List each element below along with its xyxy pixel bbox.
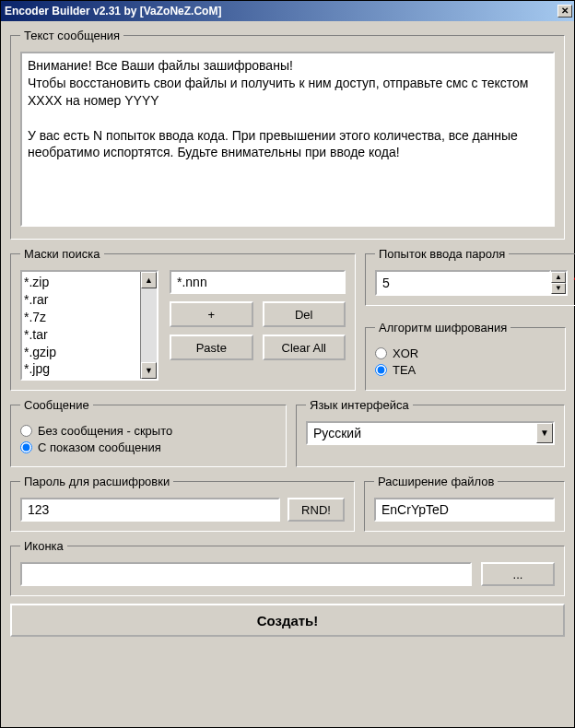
group-masks-legend: Маски поиска — [20, 247, 104, 261]
masks-list-items: *.zip *.rar *.7z *.tar *.gzip *.jpg — [22, 272, 140, 379]
chevron-down-icon[interactable]: ▼ — [536, 423, 553, 443]
create-button[interactable]: Создать! — [10, 604, 565, 637]
group-language: Язык интерфейса Русский ▼ — [296, 398, 565, 467]
attempts-input[interactable] — [375, 270, 551, 296]
icon-path-input[interactable] — [20, 562, 472, 586]
radio-xor-input[interactable] — [375, 347, 387, 359]
scroll-up-icon[interactable]: ▲ — [141, 272, 157, 288]
group-password-legend: Пароль для расшифровки — [20, 475, 173, 488]
app-window: Encoder Builder v2.31 by [VaZoNeZ.CoM] ✕… — [0, 0, 575, 728]
message-textarea[interactable] — [20, 52, 555, 227]
group-attempts-legend: Попыток ввода пароля — [375, 247, 509, 261]
add-mask-button[interactable]: + — [170, 301, 253, 327]
mask-input[interactable] — [170, 270, 346, 294]
radio-msg-hidden-input[interactable] — [20, 425, 32, 437]
list-item[interactable]: *.zip — [24, 274, 138, 291]
list-item[interactable]: *.7z — [24, 309, 138, 326]
rnd-button[interactable]: RND! — [288, 498, 345, 522]
spin-down-icon[interactable]: ▼ — [551, 283, 566, 294]
radio-tea-input[interactable] — [375, 364, 387, 376]
col-attempts-algo: Попыток ввода пароля ▲ ▼ ? Алгорит — [365, 247, 566, 398]
group-masks: Маски поиска *.zip *.rar *.7z *.tar *.gz… — [10, 247, 356, 391]
row-pass-ext: Пароль для расшифровки RND! Расширение ф… — [10, 475, 565, 539]
radio-msg-hidden[interactable]: Без сообщения - скрыто — [20, 424, 276, 438]
client-area: Текст сообщения Маски поиска *.zip *.rar… — [1, 21, 574, 646]
language-select[interactable]: Русский ▼ — [306, 421, 555, 445]
list-item[interactable]: *.rar — [24, 291, 138, 309]
close-button[interactable]: ✕ — [557, 5, 572, 18]
group-icon-legend: Иконка — [20, 539, 67, 553]
radio-xor-label: XOR — [393, 346, 418, 360]
group-message-mode-legend: Сообщение — [20, 398, 93, 412]
language-value: Русский — [308, 423, 536, 443]
radio-msg-shown-label: С показом сообщения — [38, 440, 161, 454]
list-item[interactable]: *.jpg — [24, 360, 138, 378]
paste-mask-button[interactable]: Paste — [170, 335, 253, 360]
group-icon: Иконка ... — [10, 539, 565, 596]
row-msgmode-lang: Сообщение Без сообщения - скрыто С показ… — [10, 398, 565, 475]
attempts-spin: ▲ ▼ — [375, 270, 568, 296]
clear-mask-button[interactable]: Clear All — [263, 335, 346, 360]
group-message-mode: Сообщение Без сообщения - скрыто С показ… — [10, 398, 287, 467]
radio-xor[interactable]: XOR — [375, 346, 556, 360]
group-message-text-legend: Текст сообщения — [20, 29, 123, 42]
mask-controls: + Del Paste Clear All — [170, 270, 346, 381]
radio-tea[interactable]: TEA — [375, 363, 556, 377]
spin-up-icon[interactable]: ▲ — [551, 272, 566, 283]
group-attempts: Попыток ввода пароля ▲ ▼ ? — [365, 247, 575, 306]
radio-tea-label: TEA — [393, 363, 416, 377]
group-extension-legend: Расширение файлов — [374, 475, 498, 488]
group-language-legend: Язык интерфейса — [306, 398, 413, 412]
masks-scrollbar[interactable]: ▲ ▼ — [140, 272, 157, 379]
group-algorithm: Алгоритм шифрования XOR TEA — [365, 321, 566, 391]
window-title: Encoder Builder v2.31 by [VaZoNeZ.CoM] — [5, 5, 221, 18]
password-input[interactable] — [20, 498, 280, 522]
radio-msg-shown-input[interactable] — [20, 441, 32, 453]
radio-msg-shown[interactable]: С показом сообщения — [20, 440, 276, 454]
radio-msg-hidden-label: Без сообщения - скрыто — [38, 424, 172, 438]
titlebar: Encoder Builder v2.31 by [VaZoNeZ.CoM] ✕ — [1, 1, 574, 21]
del-mask-button[interactable]: Del — [263, 301, 346, 327]
extension-input[interactable] — [374, 498, 555, 522]
group-extension: Расширение файлов — [364, 475, 565, 532]
group-message-text: Текст сообщения — [10, 29, 565, 240]
group-password: Пароль для расшифровки RND! — [10, 475, 355, 532]
masks-listbox[interactable]: *.zip *.rar *.7z *.tar *.gzip *.jpg ▲ ▼ — [20, 270, 158, 381]
list-item[interactable]: *.tar — [24, 326, 138, 344]
scroll-down-icon[interactable]: ▼ — [141, 362, 157, 379]
group-algorithm-legend: Алгоритм шифрования — [375, 321, 510, 335]
row-masks-attempts: Маски поиска *.zip *.rar *.7z *.tar *.gz… — [10, 247, 565, 398]
list-item[interactable]: *.gzip — [24, 344, 138, 361]
browse-icon-button[interactable]: ... — [481, 562, 555, 586]
